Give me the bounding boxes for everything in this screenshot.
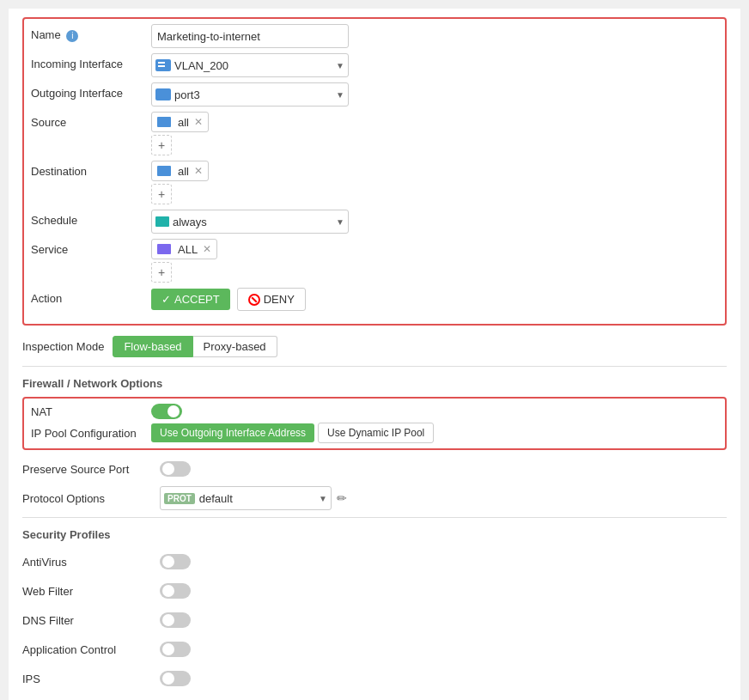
antivirus-toggle[interactable] [160,554,191,569]
destination-label: Destination [31,161,151,178]
vlan-icon [155,59,171,71]
app-control-toggle[interactable] [160,642,191,657]
source-tag-row: all ✕ [151,112,349,132]
ip-pool-label: IP Pool Configuration [31,427,151,440]
accept-label: ACCEPT [174,293,220,306]
use-outgoing-button[interactable]: Use Outgoing Interface Address [151,423,314,442]
schedule-icon [155,216,169,227]
deny-label: DENY [264,293,295,306]
source-label: Source [31,112,151,129]
service-close-btn[interactable]: ✕ [203,243,211,255]
source-row: Source all ✕ + [31,112,718,155]
ips-toggle[interactable] [160,671,191,686]
protocol-edit-icon[interactable]: ✏ [337,491,347,505]
web-filter-toggle[interactable] [160,583,191,599]
source-all-icon [157,117,171,127]
antivirus-row: AntiVirus [22,550,727,574]
name-label-text: Name [31,28,61,41]
accept-checkmark: ✓ [161,293,171,306]
service-tag: ALL ✕ [151,239,217,259]
preserve-source-toggle[interactable] [160,461,191,477]
incoming-interface-arrow: ▼ [336,61,344,70]
ip-pool-row: IP Pool Configuration Use Outgoing Inter… [31,423,718,443]
service-add-row: + [151,262,349,283]
schedule-row: Schedule always ▼ [31,210,718,234]
proxy-based-tab[interactable]: Proxy-based [193,336,277,357]
service-label: Service [31,239,151,256]
protocol-options-row: Protocol Options PROT default ▼ ✏ [22,486,727,510]
antivirus-label: AntiVirus [22,556,160,569]
source-tag-area: all ✕ + [151,112,349,155]
outgoing-interface-label: Outgoing Interface [31,82,151,100]
nat-toggle[interactable] [151,404,182,419]
source-value: all [178,116,189,129]
destination-tag-area: all ✕ + [151,161,349,204]
firewall-network-header: Firewall / Network Options [22,377,727,390]
divider-1 [22,366,727,367]
service-value: ALL [178,243,198,256]
outgoing-interface-row: Outgoing Interface port3 ▼ [31,82,718,107]
port-icon [155,88,171,100]
deny-button[interactable]: DENY [237,288,306,311]
ips-label: IPS [22,673,160,685]
outgoing-interface-select[interactable]: port3 ▼ [151,82,349,107]
source-add-row: + [151,135,349,155]
dns-filter-label: DNS Filter [22,614,160,627]
main-container: Name i Incoming Interface VLAN_200 ▼ Out… [9,9,740,700]
schedule-label: Schedule [31,210,151,227]
name-info-icon[interactable]: i [66,30,78,42]
name-row: Name i [31,24,718,48]
service-add-button[interactable]: + [151,262,172,283]
protocol-arrow: ▼ [319,494,327,503]
file-filter-row: File Filter [22,696,727,700]
incoming-interface-label: Incoming Interface [31,53,151,70]
nat-ip-pool-section: NAT IP Pool Configuration Use Outgoing I… [22,397,727,450]
incoming-interface-select[interactable]: VLAN_200 ▼ [151,53,349,77]
name-input[interactable] [151,24,349,48]
use-dynamic-button[interactable]: Use Dynamic IP Pool [318,423,434,443]
incoming-interface-value: VLAN_200 [174,59,332,72]
preserve-source-row: Preserve Source Port [22,457,727,481]
security-profiles-header: Security Profiles [22,528,727,541]
preserve-source-label: Preserve Source Port [22,463,160,476]
destination-tag-row: all ✕ [151,161,349,181]
name-label: Name i [31,24,151,42]
action-buttons: ✓ ACCEPT DENY [151,288,306,311]
source-close-btn[interactable]: ✕ [194,116,203,128]
destination-value: all [178,165,189,178]
action-row: Action ✓ ACCEPT DENY [31,288,718,312]
destination-row: Destination all ✕ + [31,161,718,204]
destination-close-btn[interactable]: ✕ [194,165,203,177]
flow-based-tab[interactable]: Flow-based [113,336,192,357]
schedule-value: always [173,216,332,228]
dns-filter-row: DNS Filter [22,608,727,632]
protocol-options-label: Protocol Options [22,492,160,505]
nat-label: NAT [31,405,151,418]
service-tag-row: ALL ✕ [151,239,349,259]
prot-badge: PROT [164,493,195,504]
schedule-select[interactable]: always ▼ [151,210,349,234]
accept-button[interactable]: ✓ ACCEPT [151,289,230,310]
policy-config-section: Name i Incoming Interface VLAN_200 ▼ Out… [22,17,727,326]
app-control-row: Application Control [22,637,727,661]
service-tag-area: ALL ✕ + [151,239,349,283]
web-filter-label: Web Filter [22,585,160,598]
nat-row: NAT [31,404,718,419]
destination-add-button[interactable]: + [151,184,172,204]
destination-add-row: + [151,184,349,204]
divider-2 [22,517,727,518]
inspection-mode-label: Inspection Mode [22,340,104,353]
protocol-options-select[interactable]: PROT default ▼ [160,486,332,510]
ips-row: IPS [22,667,727,691]
deny-icon [248,294,260,306]
dns-filter-toggle[interactable] [160,612,191,628]
inspection-mode-row: Inspection Mode Flow-based Proxy-based [22,336,727,357]
action-label: Action [31,288,151,305]
source-add-button[interactable]: + [151,135,172,155]
schedule-arrow: ▼ [336,217,344,227]
protocol-value: default [199,492,315,505]
destination-tag: all ✕ [151,161,209,181]
service-row: Service ALL ✕ + [31,239,718,283]
web-filter-row: Web Filter [22,579,727,603]
name-field-wrap [151,24,349,48]
